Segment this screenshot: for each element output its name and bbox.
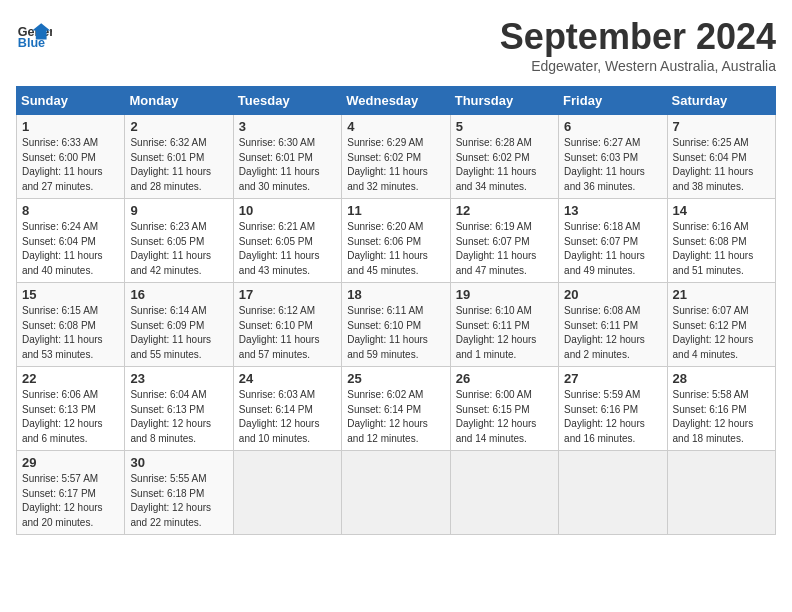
calendar-cell: 27Sunrise: 5:59 AM Sunset: 6:16 PM Dayli… xyxy=(559,367,667,451)
day-info: Sunrise: 6:15 AM Sunset: 6:08 PM Dayligh… xyxy=(22,304,119,362)
day-number: 1 xyxy=(22,119,119,134)
calendar-cell: 14Sunrise: 6:16 AM Sunset: 6:08 PM Dayli… xyxy=(667,199,775,283)
day-number: 28 xyxy=(673,371,770,386)
day-number: 22 xyxy=(22,371,119,386)
header-thursday: Thursday xyxy=(450,87,558,115)
header-sunday: Sunday xyxy=(17,87,125,115)
calendar-cell xyxy=(450,451,558,535)
day-number: 26 xyxy=(456,371,553,386)
page-header: General Blue September 2024 Edgewater, W… xyxy=(16,16,776,74)
calendar-cell: 16Sunrise: 6:14 AM Sunset: 6:09 PM Dayli… xyxy=(125,283,233,367)
day-number: 11 xyxy=(347,203,444,218)
day-info: Sunrise: 6:06 AM Sunset: 6:13 PM Dayligh… xyxy=(22,388,119,446)
calendar-cell: 28Sunrise: 5:58 AM Sunset: 6:16 PM Dayli… xyxy=(667,367,775,451)
day-info: Sunrise: 6:32 AM Sunset: 6:01 PM Dayligh… xyxy=(130,136,227,194)
calendar-week-1: 1Sunrise: 6:33 AM Sunset: 6:00 PM Daylig… xyxy=(17,115,776,199)
calendar-cell: 4Sunrise: 6:29 AM Sunset: 6:02 PM Daylig… xyxy=(342,115,450,199)
day-info: Sunrise: 6:02 AM Sunset: 6:14 PM Dayligh… xyxy=(347,388,444,446)
calendar-cell: 17Sunrise: 6:12 AM Sunset: 6:10 PM Dayli… xyxy=(233,283,341,367)
calendar-cell xyxy=(667,451,775,535)
calendar-cell: 3Sunrise: 6:30 AM Sunset: 6:01 PM Daylig… xyxy=(233,115,341,199)
day-number: 10 xyxy=(239,203,336,218)
header-wednesday: Wednesday xyxy=(342,87,450,115)
day-number: 30 xyxy=(130,455,227,470)
calendar-cell: 7Sunrise: 6:25 AM Sunset: 6:04 PM Daylig… xyxy=(667,115,775,199)
title-block: September 2024 Edgewater, Western Austra… xyxy=(500,16,776,74)
day-number: 8 xyxy=(22,203,119,218)
calendar-week-2: 8Sunrise: 6:24 AM Sunset: 6:04 PM Daylig… xyxy=(17,199,776,283)
calendar-table: Sunday Monday Tuesday Wednesday Thursday… xyxy=(16,86,776,535)
calendar-cell: 11Sunrise: 6:20 AM Sunset: 6:06 PM Dayli… xyxy=(342,199,450,283)
logo-icon: General Blue xyxy=(16,16,52,52)
day-info: Sunrise: 6:11 AM Sunset: 6:10 PM Dayligh… xyxy=(347,304,444,362)
day-info: Sunrise: 6:21 AM Sunset: 6:05 PM Dayligh… xyxy=(239,220,336,278)
header-monday: Monday xyxy=(125,87,233,115)
day-info: Sunrise: 6:29 AM Sunset: 6:02 PM Dayligh… xyxy=(347,136,444,194)
day-info: Sunrise: 5:59 AM Sunset: 6:16 PM Dayligh… xyxy=(564,388,661,446)
header-friday: Friday xyxy=(559,87,667,115)
calendar-cell: 8Sunrise: 6:24 AM Sunset: 6:04 PM Daylig… xyxy=(17,199,125,283)
day-number: 24 xyxy=(239,371,336,386)
calendar-cell: 26Sunrise: 6:00 AM Sunset: 6:15 PM Dayli… xyxy=(450,367,558,451)
day-info: Sunrise: 6:10 AM Sunset: 6:11 PM Dayligh… xyxy=(456,304,553,362)
day-number: 16 xyxy=(130,287,227,302)
calendar-cell: 18Sunrise: 6:11 AM Sunset: 6:10 PM Dayli… xyxy=(342,283,450,367)
day-info: Sunrise: 6:07 AM Sunset: 6:12 PM Dayligh… xyxy=(673,304,770,362)
header-saturday: Saturday xyxy=(667,87,775,115)
day-number: 20 xyxy=(564,287,661,302)
day-number: 19 xyxy=(456,287,553,302)
calendar-cell: 5Sunrise: 6:28 AM Sunset: 6:02 PM Daylig… xyxy=(450,115,558,199)
day-info: Sunrise: 5:58 AM Sunset: 6:16 PM Dayligh… xyxy=(673,388,770,446)
calendar-cell: 24Sunrise: 6:03 AM Sunset: 6:14 PM Dayli… xyxy=(233,367,341,451)
calendar-cell xyxy=(342,451,450,535)
calendar-cell: 10Sunrise: 6:21 AM Sunset: 6:05 PM Dayli… xyxy=(233,199,341,283)
calendar-cell: 13Sunrise: 6:18 AM Sunset: 6:07 PM Dayli… xyxy=(559,199,667,283)
day-number: 15 xyxy=(22,287,119,302)
day-info: Sunrise: 6:04 AM Sunset: 6:13 PM Dayligh… xyxy=(130,388,227,446)
day-number: 29 xyxy=(22,455,119,470)
calendar-cell: 30Sunrise: 5:55 AM Sunset: 6:18 PM Dayli… xyxy=(125,451,233,535)
calendar-cell: 19Sunrise: 6:10 AM Sunset: 6:11 PM Dayli… xyxy=(450,283,558,367)
calendar-cell xyxy=(559,451,667,535)
day-info: Sunrise: 6:03 AM Sunset: 6:14 PM Dayligh… xyxy=(239,388,336,446)
day-info: Sunrise: 6:30 AM Sunset: 6:01 PM Dayligh… xyxy=(239,136,336,194)
day-info: Sunrise: 6:19 AM Sunset: 6:07 PM Dayligh… xyxy=(456,220,553,278)
day-info: Sunrise: 5:55 AM Sunset: 6:18 PM Dayligh… xyxy=(130,472,227,530)
calendar-cell: 6Sunrise: 6:27 AM Sunset: 6:03 PM Daylig… xyxy=(559,115,667,199)
calendar-cell: 15Sunrise: 6:15 AM Sunset: 6:08 PM Dayli… xyxy=(17,283,125,367)
calendar-cell: 20Sunrise: 6:08 AM Sunset: 6:11 PM Dayli… xyxy=(559,283,667,367)
calendar-cell: 25Sunrise: 6:02 AM Sunset: 6:14 PM Dayli… xyxy=(342,367,450,451)
day-info: Sunrise: 6:25 AM Sunset: 6:04 PM Dayligh… xyxy=(673,136,770,194)
logo: General Blue xyxy=(16,16,52,52)
day-number: 9 xyxy=(130,203,227,218)
calendar-week-5: 29Sunrise: 5:57 AM Sunset: 6:17 PM Dayli… xyxy=(17,451,776,535)
calendar-subtitle: Edgewater, Western Australia, Australia xyxy=(500,58,776,74)
day-number: 23 xyxy=(130,371,227,386)
calendar-cell: 22Sunrise: 6:06 AM Sunset: 6:13 PM Dayli… xyxy=(17,367,125,451)
calendar-cell: 21Sunrise: 6:07 AM Sunset: 6:12 PM Dayli… xyxy=(667,283,775,367)
calendar-cell: 23Sunrise: 6:04 AM Sunset: 6:13 PM Dayli… xyxy=(125,367,233,451)
weekday-header-row: Sunday Monday Tuesday Wednesday Thursday… xyxy=(17,87,776,115)
day-number: 17 xyxy=(239,287,336,302)
day-number: 13 xyxy=(564,203,661,218)
day-info: Sunrise: 6:18 AM Sunset: 6:07 PM Dayligh… xyxy=(564,220,661,278)
day-number: 21 xyxy=(673,287,770,302)
calendar-cell: 2Sunrise: 6:32 AM Sunset: 6:01 PM Daylig… xyxy=(125,115,233,199)
day-info: Sunrise: 6:12 AM Sunset: 6:10 PM Dayligh… xyxy=(239,304,336,362)
day-info: Sunrise: 6:14 AM Sunset: 6:09 PM Dayligh… xyxy=(130,304,227,362)
calendar-cell: 12Sunrise: 6:19 AM Sunset: 6:07 PM Dayli… xyxy=(450,199,558,283)
day-info: Sunrise: 6:20 AM Sunset: 6:06 PM Dayligh… xyxy=(347,220,444,278)
calendar-title: September 2024 xyxy=(500,16,776,58)
day-number: 25 xyxy=(347,371,444,386)
calendar-cell xyxy=(233,451,341,535)
day-number: 5 xyxy=(456,119,553,134)
day-info: Sunrise: 6:16 AM Sunset: 6:08 PM Dayligh… xyxy=(673,220,770,278)
day-number: 4 xyxy=(347,119,444,134)
day-info: Sunrise: 6:24 AM Sunset: 6:04 PM Dayligh… xyxy=(22,220,119,278)
day-number: 3 xyxy=(239,119,336,134)
calendar-cell: 1Sunrise: 6:33 AM Sunset: 6:00 PM Daylig… xyxy=(17,115,125,199)
day-number: 18 xyxy=(347,287,444,302)
day-number: 6 xyxy=(564,119,661,134)
calendar-week-3: 15Sunrise: 6:15 AM Sunset: 6:08 PM Dayli… xyxy=(17,283,776,367)
calendar-week-4: 22Sunrise: 6:06 AM Sunset: 6:13 PM Dayli… xyxy=(17,367,776,451)
